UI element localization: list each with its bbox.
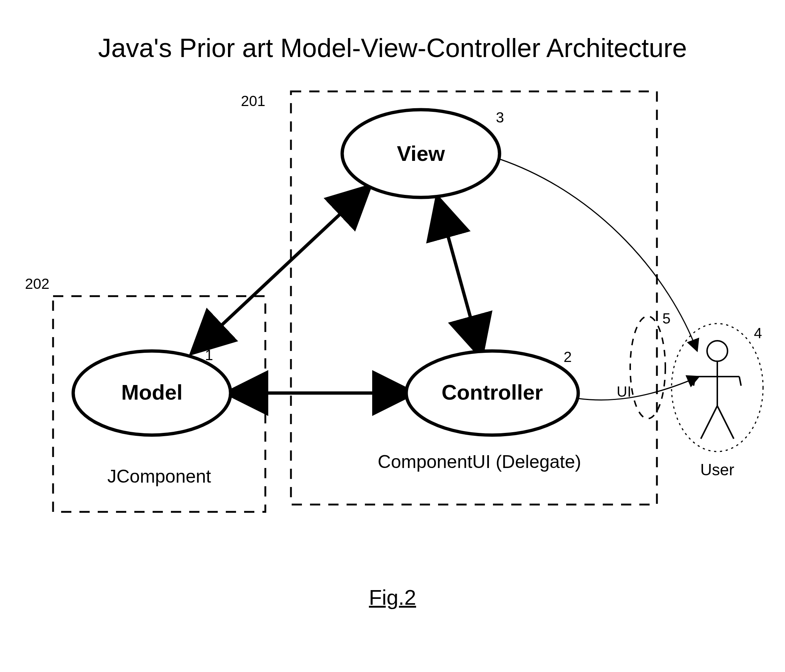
jcomponent-box-number: 202 <box>25 276 49 292</box>
controller-node-label: Controller <box>441 380 543 404</box>
edge-model-view <box>192 187 370 353</box>
view-node-label: View <box>397 142 445 165</box>
view-node-number: 3 <box>496 109 504 125</box>
model-node-number: 1 <box>205 347 213 363</box>
componentui-box-number: 201 <box>241 93 265 109</box>
svg-line-3 <box>694 377 695 386</box>
ui-boundary-number: 5 <box>662 310 671 326</box>
edge-view-controller <box>437 197 481 357</box>
svg-line-6 <box>717 406 734 439</box>
model-node-label: Model <box>121 380 183 404</box>
controller-node-number: 2 <box>564 349 572 365</box>
ui-boundary-ellipse <box>630 316 665 419</box>
user-stick-figure-icon <box>694 341 741 439</box>
componentui-box-label: ComponentUI (Delegate) <box>378 452 581 472</box>
jcomponent-box-label: JComponent <box>107 466 211 486</box>
svg-line-5 <box>701 406 717 439</box>
svg-point-0 <box>707 341 727 361</box>
edge-controller-user <box>578 377 699 400</box>
svg-line-4 <box>739 377 741 386</box>
user-label: User <box>701 461 735 479</box>
user-number: 4 <box>754 325 762 341</box>
ui-label: UI <box>617 384 631 400</box>
mvc-diagram: ComponentUI (Delegate) 201 JComponent 20… <box>0 0 785 672</box>
